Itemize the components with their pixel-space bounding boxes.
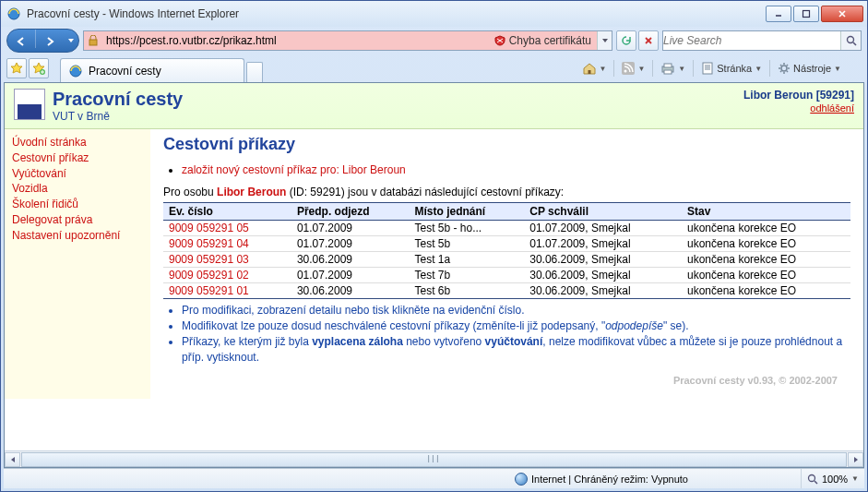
globe-icon <box>515 473 528 486</box>
svg-rect-22 <box>703 63 712 74</box>
svg-point-35 <box>808 474 814 481</box>
ie-icon <box>6 6 21 21</box>
svg-point-10 <box>847 37 853 43</box>
svg-rect-16 <box>588 70 590 74</box>
sidebar-item[interactable]: Nastavení upozornění <box>12 228 143 244</box>
nav-history-dropdown[interactable] <box>64 30 78 52</box>
svg-rect-21 <box>664 70 672 74</box>
scroll-left-button[interactable] <box>5 452 20 467</box>
address-input[interactable] <box>102 31 489 50</box>
stop-button[interactable] <box>638 30 659 51</box>
order-link[interactable]: 9009 059291 05 <box>169 222 249 234</box>
table-row: 9009 059291 0130.06.2009Test 6b30.06.200… <box>163 283 850 299</box>
add-favorite-button[interactable] <box>29 58 49 78</box>
note: Příkazy, ke kterým již byla vyplacena zá… <box>182 334 850 364</box>
order-link[interactable]: 9009 059291 02 <box>169 269 249 282</box>
tools-menu-label: Nástroje <box>793 63 831 74</box>
minimize-button[interactable] <box>766 6 791 22</box>
certificate-error[interactable]: Chyba certifikátu <box>489 31 597 50</box>
maximize-button[interactable] <box>793 6 819 22</box>
zoom-dropdown[interactable]: ▼ <box>851 474 859 483</box>
orders-table: Ev. číslo Předp. odjezd Místo jednání CP… <box>163 202 850 299</box>
svg-line-34 <box>787 65 788 66</box>
search-input[interactable] <box>663 34 840 47</box>
sidebar-item[interactable]: Školení řidičů <box>12 197 143 212</box>
new-tab-button[interactable] <box>246 62 263 82</box>
forward-button[interactable] <box>36 30 64 54</box>
sidebar-item[interactable]: Delegovat práva <box>12 212 143 228</box>
feeds-button[interactable]: ▼ <box>618 58 648 78</box>
table-row: 9009 059291 0501.07.2009Test 5b - ho...0… <box>163 221 850 236</box>
ie-icon <box>68 64 83 78</box>
scroll-right-button[interactable] <box>848 452 863 467</box>
order-link[interactable]: 9009 059291 04 <box>169 237 249 250</box>
sidebar-item[interactable]: Vozidla <box>12 181 143 197</box>
sidebar: Úvodní stránka Cestovní příkaz Vyúčtován… <box>5 129 150 399</box>
page-menu-label: Stránka <box>717 63 752 74</box>
page-menu[interactable]: Stránka▼ <box>697 58 766 78</box>
svg-rect-5 <box>89 40 97 45</box>
th-schvalil: CP schválil <box>524 203 682 221</box>
svg-rect-20 <box>664 64 672 67</box>
svg-point-18 <box>624 70 627 73</box>
app-org: VUT v Brně <box>53 110 183 123</box>
th-ev: Ev. číslo <box>163 203 291 221</box>
gear-icon <box>778 62 791 75</box>
close-button[interactable] <box>821 6 863 22</box>
zone-label: Internet | Chráněný režim: Vypnuto <box>531 474 688 485</box>
sidebar-item[interactable]: Úvodní stránka <box>12 135 143 150</box>
table-row: 9009 059291 0401.07.2009Test 5b01.07.200… <box>163 236 850 252</box>
page-heading: Cestovní příkazy <box>163 135 850 154</box>
zoom-value: 100% <box>822 474 848 485</box>
svg-line-36 <box>814 481 817 484</box>
note: Modifikovat lze pouze dosud neschválené … <box>182 318 850 333</box>
app-header: Pracovní cesty VUT v Brně Libor Beroun [… <box>5 83 863 129</box>
scroll-thumb[interactable]: III <box>21 452 847 467</box>
order-link[interactable]: 9009 059291 01 <box>169 284 249 297</box>
th-odjezd: Předp. odjezd <box>291 203 410 221</box>
svg-point-26 <box>781 66 787 71</box>
svg-rect-2 <box>803 11 810 18</box>
certificate-error-label: Chyba certifikátu <box>509 34 591 47</box>
zoom-control[interactable]: 100% ▼ <box>807 474 859 485</box>
note: Pro modifikaci, zobrazení detailu nebo t… <box>182 303 850 318</box>
titlebar: Pracovní cesty - Windows Internet Explor… <box>1 1 867 27</box>
back-button[interactable] <box>7 30 35 54</box>
table-row: 9009 059291 0330.06.2009Test 1a30.06.200… <box>163 252 850 268</box>
window-title: Pracovní cesty - Windows Internet Explor… <box>27 7 766 20</box>
app-logo <box>14 89 45 120</box>
sidebar-item[interactable]: Vyúčtování <box>12 166 143 182</box>
refresh-button[interactable] <box>616 30 636 51</box>
lock-icon <box>84 31 102 50</box>
svg-line-31 <box>780 65 781 66</box>
page-footer: Pracovní cesty v0.93, © 2002-2007 <box>163 366 850 390</box>
tools-menu[interactable]: Nástroje▼ <box>774 58 845 78</box>
svg-point-0 <box>8 8 19 19</box>
order-link[interactable]: 9009 059291 03 <box>169 253 249 266</box>
tab-title: Pracovní cesty <box>89 65 161 78</box>
th-stav: Stav <box>682 203 850 221</box>
address-dropdown[interactable] <box>597 31 612 50</box>
logout-link[interactable]: odhlášení <box>810 102 854 114</box>
horizontal-scrollbar[interactable]: III <box>5 450 863 467</box>
app-title: Pracovní cesty <box>53 89 183 110</box>
svg-point-15 <box>70 66 81 77</box>
svg-line-32 <box>787 71 788 72</box>
home-button[interactable]: ▼ <box>578 58 611 78</box>
table-row: 9009 059291 0201.07.2009Test 7b30.06.200… <box>163 268 850 283</box>
new-travel-order-link[interactable]: založit nový cestovní příkaz pro: Libor … <box>182 163 406 176</box>
svg-line-11 <box>853 42 856 45</box>
shield-error-icon <box>494 35 505 46</box>
favorites-button[interactable] <box>6 58 27 78</box>
intro-text: Pro osobu Libor Beroun (ID: 59291) jsou … <box>163 186 850 198</box>
search-button[interactable] <box>840 31 861 50</box>
sidebar-item[interactable]: Cestovní příkaz <box>12 150 143 166</box>
zoom-icon <box>807 474 818 485</box>
active-tab[interactable]: Pracovní cesty <box>60 58 244 82</box>
th-misto: Místo jednání <box>409 203 524 221</box>
security-zone[interactable]: Internet | Chráněný režim: Vypnuto <box>402 473 801 486</box>
user-badge: Libor Beroun [59291] <box>743 89 854 102</box>
svg-line-33 <box>780 71 781 72</box>
print-button[interactable]: ▼ <box>657 58 689 78</box>
